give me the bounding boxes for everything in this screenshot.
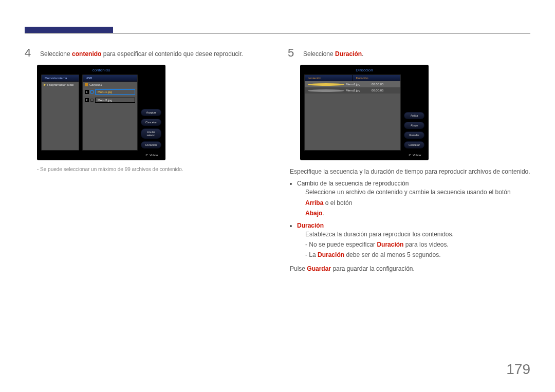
btn-cancelar: Cancelar (141, 119, 161, 126)
step-number: 4 (25, 47, 34, 59)
index-badge: 1 (85, 90, 89, 94)
panel-heads: contenido Duración (305, 75, 400, 81)
step-text: Seleccione Duración. (303, 47, 363, 59)
file-row-selected: 1 Menu1.jpg (83, 88, 137, 96)
column-right: 5 Seleccione Duración. Dirección conteni… (288, 47, 530, 274)
volver-label: Volver (150, 154, 158, 157)
sub-dash: La Duración debe ser de al menos 5 segun… (305, 250, 530, 260)
table-row: Menu2.jpg 00:00:05 (305, 87, 400, 94)
panel-head: USB (83, 75, 137, 82)
t: Seleccione (40, 50, 72, 58)
bullet: Cambio de la secuencia de reproducción S… (297, 180, 530, 218)
screen-title: Dirección (300, 65, 429, 74)
btn-cancelar: Cancelar (404, 141, 424, 148)
t: para los videos. (403, 241, 448, 248)
t: para especificar el contenido que desee … (101, 50, 243, 58)
step-4: 4 Seleccione contenido para especificar … (25, 47, 267, 59)
note-max-files: Se puede seleccionar un máximo de 99 arc… (37, 166, 267, 172)
sub-text: Establezca la duración para reproducir l… (305, 229, 530, 239)
t: No se puede especificar (309, 241, 377, 248)
sub-text: Seleccione un archivo de contenido y cam… (305, 187, 530, 218)
side-buttons: Aceptar Cancelar Anular selecc. Duración (141, 74, 161, 151)
sub-dash: No se puede especificar Duración para lo… (305, 239, 530, 250)
head-duracion: Duración (353, 75, 401, 81)
index-badge: 2 (85, 98, 89, 102)
t: . (362, 50, 363, 58)
dot-icon (308, 83, 344, 86)
t: . (322, 210, 324, 217)
file-row: 2 Menu2.jpg (83, 96, 137, 104)
column-left: 4 Seleccione contenido para especificar … (25, 47, 267, 274)
t: debe ser de al menos 5 segundos. (344, 251, 440, 258)
two-column-layout: 4 Seleccione contenido para especificar … (25, 47, 530, 274)
paragraph: Especifique la secuencia y la duración d… (290, 166, 530, 177)
triangle-icon (44, 83, 46, 86)
volver-label: Volver (413, 154, 421, 157)
folder-label: Carpeta1 (89, 83, 102, 86)
page-number: 179 (506, 361, 530, 378)
t: La (309, 251, 318, 258)
t-bold: Duración (377, 241, 403, 248)
screen-title: contenido (37, 65, 165, 74)
thumb-icon (90, 90, 94, 94)
btn-abajo: Abajo (404, 122, 424, 129)
t-bold: Duración (318, 251, 344, 258)
t-bold: contenido (72, 50, 101, 58)
folder-icon (85, 83, 88, 86)
step-number: 5 (288, 47, 297, 59)
table-row: Menu1.jpg 00:00:05 (305, 81, 400, 87)
t-bold: Duración (335, 50, 362, 58)
btn-aceptar: Aceptar (141, 109, 161, 116)
t: o el botón (323, 199, 352, 207)
footer-volver: Volver (300, 151, 429, 157)
file-name: Menu2.jpg (95, 98, 135, 103)
dot-icon (308, 89, 344, 92)
t: Seleccione un archivo de contenido y cam… (305, 189, 511, 196)
screenshot-contenido: contenido Memoria interna Programación l… (37, 65, 165, 160)
footer-volver: Volver (37, 151, 165, 157)
panel-memoria: Memoria interna Programación local (41, 74, 79, 151)
folder-row: Carpeta1 (83, 82, 137, 88)
screenshot-direccion: Dirección contenido Duración Menu1.jpg 0… (300, 65, 429, 160)
thumb-icon (90, 99, 94, 102)
panel-usb: USB Carpeta1 1 Menu1.jpg 2 Menu2.jpg (82, 74, 138, 151)
step-5: 5 Seleccione Duración. (288, 47, 530, 59)
bullet: Duración Establezca la duración para rep… (297, 222, 530, 260)
t-bold: Guardar (307, 265, 331, 272)
paragraph: Pulse Guardar para guardar la configurac… (290, 264, 530, 274)
panel-head: Memoria interna (42, 75, 79, 82)
step-text: Seleccione contenido para especificar el… (40, 47, 243, 59)
cell-dur: 00:00:05 (372, 89, 397, 92)
cell-name: Menu2.jpg (346, 89, 372, 92)
side-buttons: Arriba Abajo Guardar Cancelar (404, 74, 424, 151)
t-bold: Arriba (305, 199, 323, 207)
btn-anular: Anular selecc. (141, 128, 161, 139)
list-item: Programación local (42, 82, 79, 88)
bullet-list: Cambio de la secuencia de reproducción S… (297, 180, 530, 260)
label: Programación local (47, 83, 73, 86)
file-name: Menu1.jpg (95, 89, 135, 95)
b-bold: Duración (297, 222, 324, 229)
t: para guardar la configuración. (331, 265, 415, 272)
btn-guardar: Guardar (404, 132, 424, 139)
cell-dur: 00:00:05 (372, 83, 397, 86)
btn-arriba: Arriba (404, 112, 424, 119)
header-accent (25, 27, 113, 33)
t: Seleccione (303, 50, 335, 58)
t-bold: Abajo (305, 210, 322, 217)
panel-duracion: contenido Duración Menu1.jpg 00:00:05 Me… (304, 74, 401, 151)
t: Pulse (290, 265, 307, 272)
cell-name: Menu1.jpg (346, 83, 372, 86)
head-contenido: contenido (305, 75, 353, 81)
btn-duracion: Duración (141, 141, 161, 148)
b-text: Cambio de la secuencia de reproducción (297, 180, 409, 187)
